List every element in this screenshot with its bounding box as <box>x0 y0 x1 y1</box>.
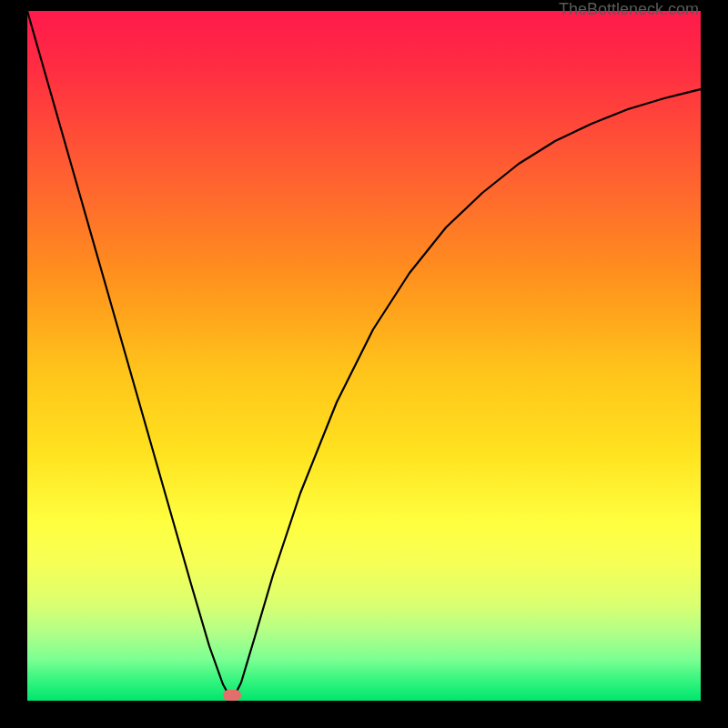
bottleneck-curve <box>27 11 701 701</box>
plot-area <box>27 11 701 701</box>
optimum-marker <box>223 690 241 701</box>
watermark-text: TheBottleneck.com <box>559 0 699 19</box>
chart-frame: TheBottleneck.com <box>0 0 728 728</box>
